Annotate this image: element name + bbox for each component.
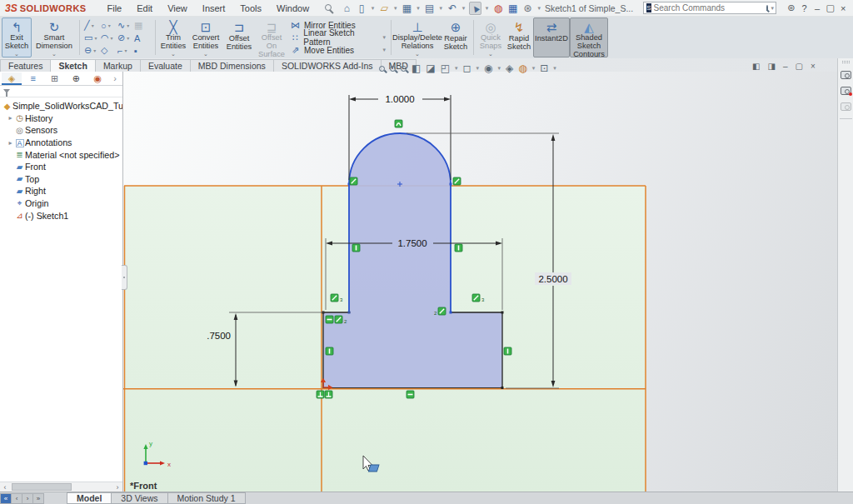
zoom-to-fit-icon[interactable]: [379, 66, 385, 72]
panel-collapse-handle[interactable]: [122, 265, 127, 290]
print-icon[interactable]: ▤: [424, 2, 436, 14]
doc-restore-button[interactable]: ▢: [795, 62, 802, 71]
open-document-icon[interactable]: ▱: [378, 2, 390, 14]
display-manager-tab-icon[interactable]: ◉: [87, 72, 107, 85]
slot-tool-icon[interactable]: ⊖▾: [84, 44, 101, 57]
edit-appearance-icon[interactable]: ◈: [506, 62, 513, 74]
point-tool-icon[interactable]: ▪: [134, 44, 151, 57]
tree-item-front-plane[interactable]: ▰ Front: [0, 161, 122, 173]
new-caret-icon[interactable]: ▾: [372, 5, 375, 12]
search-box[interactable]: S ▾: [643, 2, 776, 14]
print-caret-icon[interactable]: ▾: [440, 5, 443, 12]
display-style-icon[interactable]: ◻: [463, 62, 471, 74]
help-icon[interactable]: ?: [800, 3, 810, 13]
apply-scene-caret-icon[interactable]: ▾: [532, 65, 536, 72]
dock-right-icon[interactable]: ◨: [767, 62, 775, 71]
tree-item-material[interactable]: ≣ Material <not specified>: [0, 148, 122, 161]
scroll-right-icon[interactable]: ›: [112, 483, 122, 492]
dimension-base-height[interactable]: .7500: [207, 331, 231, 341]
viewport-canvas[interactable]: 1.0000 1.7500 2.5000 .7500 3 3 2 2: [123, 72, 837, 492]
tab-motion-study-1[interactable]: Motion Study 1: [167, 492, 246, 504]
property-manager-tab-icon[interactable]: ≡: [23, 72, 43, 85]
3dexperience-icon[interactable]: ◍: [492, 2, 504, 14]
minimize-button[interactable]: –: [812, 3, 822, 13]
rectangle-tool-icon[interactable]: ▭▾: [84, 32, 101, 44]
circle-tool-icon[interactable]: ○▾: [101, 19, 117, 32]
options-caret-icon[interactable]: ▾: [537, 5, 541, 12]
doc-close-button[interactable]: ×: [811, 62, 816, 71]
tree-item-sensors[interactable]: ◎ Sensors: [0, 124, 122, 137]
select-tool-icon[interactable]: ▲: [469, 2, 481, 15]
menu-tools[interactable]: Tools: [234, 3, 267, 13]
hide-show-items-icon[interactable]: ◉: [484, 62, 492, 74]
feature-manager-tab-icon[interactable]: ◈: [2, 72, 22, 85]
tab-3d-views[interactable]: 3D Views: [111, 492, 167, 504]
view-orientation-caret-icon[interactable]: ▾: [455, 65, 458, 72]
tree-item-origin[interactable]: ⌖ Origin: [0, 197, 122, 210]
tab-features[interactable]: Features: [0, 59, 51, 72]
configuration-manager-tab-icon[interactable]: ⊞: [45, 72, 65, 85]
view-settings-caret-icon[interactable]: ▾: [553, 65, 556, 72]
collaborate-icon[interactable]: ▦: [507, 2, 519, 14]
search-caret-icon[interactable]: ▾: [771, 5, 775, 12]
rapid-sketch-button[interactable]: ↯ Rapid Sketch: [505, 17, 533, 57]
shaded-sketch-contours-button[interactable]: ◭ Shaded Sketch Contours: [570, 17, 608, 57]
tab-sketch[interactable]: Sketch: [50, 59, 95, 72]
panel-horizontal-scrollbar[interactable]: ‹ ›: [0, 482, 122, 492]
nav-last-tab-button[interactable]: »: [32, 493, 44, 504]
doc-minimize-button[interactable]: –: [783, 62, 788, 71]
menu-file[interactable]: File: [101, 3, 127, 13]
convert-entities-button[interactable]: ⊡ Convert Entities ⌄: [188, 17, 223, 57]
user-account-icon[interactable]: ⊚: [786, 2, 796, 13]
nav-next-tab-button[interactable]: ›: [22, 493, 33, 504]
options-gear-icon[interactable]: ⊛: [522, 2, 534, 14]
tree-item-part-root[interactable]: ◆ Simple_SolidWorksCAD_Tutorial_Sketchin…: [0, 100, 122, 112]
tree-filter-row[interactable]: [0, 86, 122, 97]
dimxpert-manager-tab-icon[interactable]: ⊕: [66, 72, 86, 85]
expand-arrow-icon[interactable]: ▸: [7, 139, 14, 147]
tab-solidworks-addins[interactable]: SOLIDWORKS Add-Ins: [273, 59, 382, 72]
scrollbar-thumb[interactable]: [12, 483, 72, 491]
arc-tool-icon[interactable]: ◠▾: [101, 32, 117, 44]
line-tool-icon[interactable]: ╱▾: [84, 19, 101, 32]
offset-entities-button[interactable]: ⊐ Offset Entities: [223, 17, 255, 57]
nav-prev-tab-button[interactable]: ‹: [11, 493, 22, 504]
tree-item-top-plane[interactable]: ▰ Top: [0, 173, 122, 186]
display-style-caret-icon[interactable]: ▾: [476, 65, 480, 72]
linear-sketch-pattern-button[interactable]: ∷ Linear Sketch Pattern ▾: [290, 32, 387, 43]
nav-first-tab-button[interactable]: «: [0, 493, 12, 504]
open-caret-icon[interactable]: ▾: [394, 5, 397, 12]
view-orientation-icon[interactable]: ◰: [441, 62, 450, 74]
tree-item-history[interactable]: ▸ ◷ History: [0, 112, 122, 125]
screenshot-capture-icon[interactable]: [841, 71, 851, 79]
fillet-tool-icon[interactable]: ⌐▾: [117, 44, 134, 57]
panel-tab-overflow-icon[interactable]: ›: [109, 72, 121, 85]
menu-window[interactable]: Window: [271, 3, 315, 13]
tree-item-annotations[interactable]: ▸ A Annotations: [0, 137, 122, 149]
exit-sketch-button[interactable]: ↰ Exit Sketch ⌄: [2, 17, 32, 57]
move-entities-caret-icon[interactable]: ▾: [382, 47, 386, 53]
search-icon[interactable]: [766, 5, 768, 11]
apply-scene-icon[interactable]: ◍: [518, 62, 526, 74]
tab-markup[interactable]: Markup: [95, 59, 141, 72]
smart-dimension-button[interactable]: ↻ Smart Dimension ⌄: [32, 17, 77, 57]
save-icon[interactable]: ▦: [402, 2, 413, 14]
filter-funnel-icon[interactable]: [3, 89, 10, 93]
search-input[interactable]: [654, 3, 764, 12]
scroll-left-icon[interactable]: ‹: [0, 483, 10, 492]
tab-evaluate[interactable]: Evaluate: [140, 59, 191, 72]
tree-item-right-plane[interactable]: ▰ Right: [0, 185, 122, 197]
tree-item-sketch1[interactable]: ⊿ (-) Sketch1: [0, 209, 122, 222]
polygon-tool-icon[interactable]: ◇: [101, 44, 117, 57]
undo-icon[interactable]: ↶: [446, 2, 458, 14]
new-document-icon[interactable]: ▯: [356, 2, 367, 14]
close-button[interactable]: ×: [838, 3, 848, 13]
expand-arrow-icon[interactable]: ▸: [7, 114, 14, 122]
select-caret-icon[interactable]: ▾: [486, 5, 489, 12]
menu-insert[interactable]: Insert: [197, 3, 232, 13]
home-icon[interactable]: ⌂: [341, 2, 352, 14]
display-delete-relations-button[interactable]: ⊥ Display/Delete Relations ⌄: [394, 17, 441, 57]
restore-button[interactable]: ▢: [826, 2, 836, 13]
ellipse-tool-icon[interactable]: ⊘▾: [117, 32, 134, 44]
section-view-icon[interactable]: ◧: [412, 62, 421, 74]
